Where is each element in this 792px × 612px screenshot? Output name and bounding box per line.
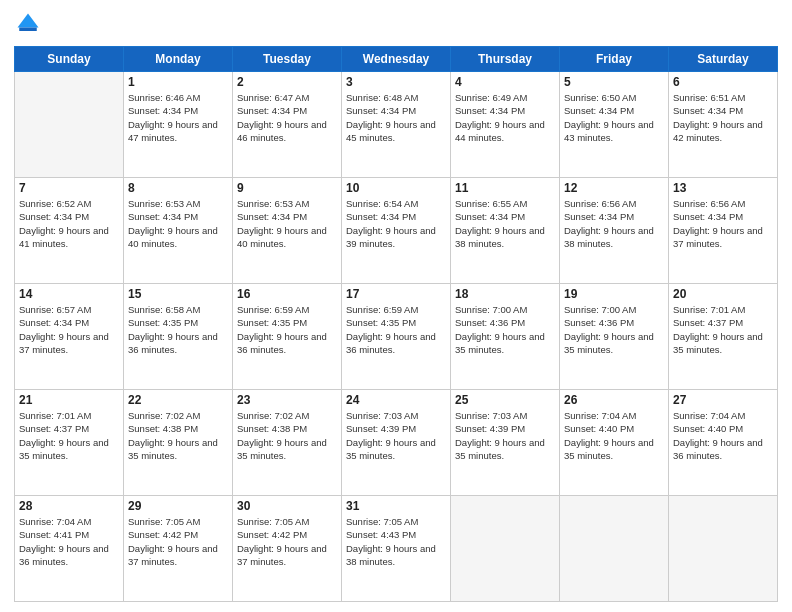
logo-icon <box>14 10 42 38</box>
day-number: 24 <box>346 393 446 407</box>
day-info: Sunrise: 6:59 AMSunset: 4:35 PMDaylight:… <box>237 303 337 356</box>
day-number: 22 <box>128 393 228 407</box>
weekday-header-friday: Friday <box>560 47 669 72</box>
day-number: 15 <box>128 287 228 301</box>
day-number: 31 <box>346 499 446 513</box>
day-number: 23 <box>237 393 337 407</box>
day-info: Sunrise: 6:53 AMSunset: 4:34 PMDaylight:… <box>237 197 337 250</box>
day-number: 5 <box>564 75 664 89</box>
day-cell: 14Sunrise: 6:57 AMSunset: 4:34 PMDayligh… <box>15 284 124 390</box>
day-cell: 25Sunrise: 7:03 AMSunset: 4:39 PMDayligh… <box>451 390 560 496</box>
day-info: Sunrise: 7:01 AMSunset: 4:37 PMDaylight:… <box>673 303 773 356</box>
svg-rect-1 <box>19 28 37 32</box>
day-number: 30 <box>237 499 337 513</box>
day-info: Sunrise: 7:04 AMSunset: 4:41 PMDaylight:… <box>19 515 119 568</box>
day-number: 27 <box>673 393 773 407</box>
day-info: Sunrise: 6:54 AMSunset: 4:34 PMDaylight:… <box>346 197 446 250</box>
day-info: Sunrise: 6:58 AMSunset: 4:35 PMDaylight:… <box>128 303 228 356</box>
day-info: Sunrise: 7:03 AMSunset: 4:39 PMDaylight:… <box>346 409 446 462</box>
day-info: Sunrise: 7:03 AMSunset: 4:39 PMDaylight:… <box>455 409 555 462</box>
weekday-header-thursday: Thursday <box>451 47 560 72</box>
day-info: Sunrise: 7:04 AMSunset: 4:40 PMDaylight:… <box>673 409 773 462</box>
day-cell: 4Sunrise: 6:49 AMSunset: 4:34 PMDaylight… <box>451 72 560 178</box>
day-cell: 9Sunrise: 6:53 AMSunset: 4:34 PMDaylight… <box>233 178 342 284</box>
day-number: 8 <box>128 181 228 195</box>
day-number: 2 <box>237 75 337 89</box>
day-number: 17 <box>346 287 446 301</box>
day-cell <box>560 496 669 602</box>
day-cell <box>15 72 124 178</box>
day-number: 21 <box>19 393 119 407</box>
day-cell: 1Sunrise: 6:46 AMSunset: 4:34 PMDaylight… <box>124 72 233 178</box>
day-cell: 6Sunrise: 6:51 AMSunset: 4:34 PMDaylight… <box>669 72 778 178</box>
week-row-3: 14Sunrise: 6:57 AMSunset: 4:34 PMDayligh… <box>15 284 778 390</box>
day-info: Sunrise: 6:55 AMSunset: 4:34 PMDaylight:… <box>455 197 555 250</box>
logo <box>14 10 46 38</box>
weekday-header-monday: Monday <box>124 47 233 72</box>
day-info: Sunrise: 7:01 AMSunset: 4:37 PMDaylight:… <box>19 409 119 462</box>
day-info: Sunrise: 6:48 AMSunset: 4:34 PMDaylight:… <box>346 91 446 144</box>
day-info: Sunrise: 6:46 AMSunset: 4:34 PMDaylight:… <box>128 91 228 144</box>
day-cell: 28Sunrise: 7:04 AMSunset: 4:41 PMDayligh… <box>15 496 124 602</box>
day-info: Sunrise: 7:00 AMSunset: 4:36 PMDaylight:… <box>455 303 555 356</box>
day-info: Sunrise: 7:05 AMSunset: 4:42 PMDaylight:… <box>237 515 337 568</box>
day-info: Sunrise: 7:00 AMSunset: 4:36 PMDaylight:… <box>564 303 664 356</box>
day-cell: 13Sunrise: 6:56 AMSunset: 4:34 PMDayligh… <box>669 178 778 284</box>
day-number: 29 <box>128 499 228 513</box>
day-number: 13 <box>673 181 773 195</box>
day-cell: 10Sunrise: 6:54 AMSunset: 4:34 PMDayligh… <box>342 178 451 284</box>
week-row-2: 7Sunrise: 6:52 AMSunset: 4:34 PMDaylight… <box>15 178 778 284</box>
day-info: Sunrise: 7:02 AMSunset: 4:38 PMDaylight:… <box>128 409 228 462</box>
day-cell: 23Sunrise: 7:02 AMSunset: 4:38 PMDayligh… <box>233 390 342 496</box>
day-number: 12 <box>564 181 664 195</box>
day-number: 1 <box>128 75 228 89</box>
page: SundayMondayTuesdayWednesdayThursdayFrid… <box>0 0 792 612</box>
day-number: 16 <box>237 287 337 301</box>
day-info: Sunrise: 6:59 AMSunset: 4:35 PMDaylight:… <box>346 303 446 356</box>
day-info: Sunrise: 6:51 AMSunset: 4:34 PMDaylight:… <box>673 91 773 144</box>
day-info: Sunrise: 6:57 AMSunset: 4:34 PMDaylight:… <box>19 303 119 356</box>
day-info: Sunrise: 6:53 AMSunset: 4:34 PMDaylight:… <box>128 197 228 250</box>
header <box>14 10 778 38</box>
day-cell: 30Sunrise: 7:05 AMSunset: 4:42 PMDayligh… <box>233 496 342 602</box>
day-cell: 31Sunrise: 7:05 AMSunset: 4:43 PMDayligh… <box>342 496 451 602</box>
day-info: Sunrise: 6:52 AMSunset: 4:34 PMDaylight:… <box>19 197 119 250</box>
weekday-header-sunday: Sunday <box>15 47 124 72</box>
weekday-header-row: SundayMondayTuesdayWednesdayThursdayFrid… <box>15 47 778 72</box>
day-cell: 29Sunrise: 7:05 AMSunset: 4:42 PMDayligh… <box>124 496 233 602</box>
day-cell: 2Sunrise: 6:47 AMSunset: 4:34 PMDaylight… <box>233 72 342 178</box>
day-info: Sunrise: 6:56 AMSunset: 4:34 PMDaylight:… <box>564 197 664 250</box>
day-number: 25 <box>455 393 555 407</box>
day-info: Sunrise: 6:56 AMSunset: 4:34 PMDaylight:… <box>673 197 773 250</box>
day-cell: 5Sunrise: 6:50 AMSunset: 4:34 PMDaylight… <box>560 72 669 178</box>
day-number: 20 <box>673 287 773 301</box>
week-row-5: 28Sunrise: 7:04 AMSunset: 4:41 PMDayligh… <box>15 496 778 602</box>
day-number: 3 <box>346 75 446 89</box>
day-cell: 24Sunrise: 7:03 AMSunset: 4:39 PMDayligh… <box>342 390 451 496</box>
day-number: 26 <box>564 393 664 407</box>
day-cell: 22Sunrise: 7:02 AMSunset: 4:38 PMDayligh… <box>124 390 233 496</box>
day-info: Sunrise: 6:47 AMSunset: 4:34 PMDaylight:… <box>237 91 337 144</box>
day-number: 19 <box>564 287 664 301</box>
day-cell: 8Sunrise: 6:53 AMSunset: 4:34 PMDaylight… <box>124 178 233 284</box>
day-cell: 7Sunrise: 6:52 AMSunset: 4:34 PMDaylight… <box>15 178 124 284</box>
svg-marker-0 <box>18 14 39 28</box>
day-info: Sunrise: 6:49 AMSunset: 4:34 PMDaylight:… <box>455 91 555 144</box>
weekday-header-saturday: Saturday <box>669 47 778 72</box>
day-number: 18 <box>455 287 555 301</box>
week-row-4: 21Sunrise: 7:01 AMSunset: 4:37 PMDayligh… <box>15 390 778 496</box>
day-number: 7 <box>19 181 119 195</box>
day-number: 4 <box>455 75 555 89</box>
day-cell: 18Sunrise: 7:00 AMSunset: 4:36 PMDayligh… <box>451 284 560 390</box>
day-info: Sunrise: 7:05 AMSunset: 4:42 PMDaylight:… <box>128 515 228 568</box>
day-number: 14 <box>19 287 119 301</box>
day-cell <box>451 496 560 602</box>
day-cell: 15Sunrise: 6:58 AMSunset: 4:35 PMDayligh… <box>124 284 233 390</box>
day-info: Sunrise: 7:05 AMSunset: 4:43 PMDaylight:… <box>346 515 446 568</box>
day-cell <box>669 496 778 602</box>
day-cell: 20Sunrise: 7:01 AMSunset: 4:37 PMDayligh… <box>669 284 778 390</box>
day-info: Sunrise: 7:02 AMSunset: 4:38 PMDaylight:… <box>237 409 337 462</box>
day-cell: 21Sunrise: 7:01 AMSunset: 4:37 PMDayligh… <box>15 390 124 496</box>
day-cell: 11Sunrise: 6:55 AMSunset: 4:34 PMDayligh… <box>451 178 560 284</box>
weekday-header-wednesday: Wednesday <box>342 47 451 72</box>
